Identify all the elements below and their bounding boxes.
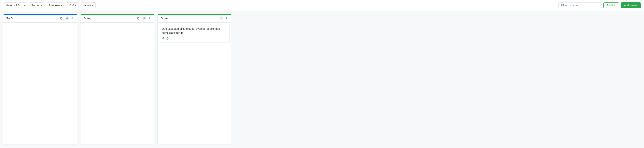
version-dropdown[interactable]: Version 2.0 ... ▾ xyxy=(3,2,28,8)
toolbar-left: Version 2.0 ... ▾ Author ▾ Assignee ▾ v2… xyxy=(3,2,557,8)
assignee-label: Assignee xyxy=(48,4,60,7)
author-dropdown[interactable]: Author ▾ xyxy=(29,2,44,8)
column-doing-title: Doing xyxy=(84,17,136,20)
filter-input[interactable] xyxy=(558,2,602,8)
version-filter-dropdown[interactable]: v2.0 ▾ xyxy=(66,2,78,8)
version-filter-chevron-icon: ▾ xyxy=(75,4,76,6)
column-done-title: Done xyxy=(161,17,219,20)
column-doing: Doing0+ xyxy=(80,14,154,145)
column-doing-actions: 0+ xyxy=(136,16,151,20)
column-done-header: Done1+ xyxy=(158,14,231,23)
column-doing-header: Doing0+ xyxy=(80,14,154,23)
column-done-add-button[interactable]: + xyxy=(225,16,228,20)
labels-label: Labels xyxy=(83,4,91,7)
issue-labels-icon xyxy=(166,37,169,40)
column-doing-add-button[interactable]: + xyxy=(148,16,151,20)
issue-card[interactable]: Quo excepturi aliquid ut qui eveniet rep… xyxy=(159,24,230,43)
column-done-actions: 1+ xyxy=(219,16,228,20)
issue-meta: #7 xyxy=(162,37,227,40)
column-todo-header: To Do0+ xyxy=(3,14,77,23)
issue-title: Quo excepturi aliquid ut qui eveniet rep… xyxy=(162,27,227,35)
version-chevron-icon: ▾ xyxy=(24,4,25,6)
labels-chevron-icon: ▾ xyxy=(92,4,93,6)
toolbar: Version 2.0 ... ▾ Author ▾ Assignee ▾ v2… xyxy=(0,0,644,11)
column-todo-body xyxy=(3,23,77,144)
column-done-body: Quo excepturi aliquid ut qui eveniet rep… xyxy=(158,23,231,144)
column-doing-body xyxy=(80,23,154,144)
board: To Do0+Doing0+Done1+Quo excepturi aliqui… xyxy=(0,11,644,148)
add-issues-button[interactable]: Add issues xyxy=(621,2,641,8)
column-doing-delete-button[interactable] xyxy=(136,16,140,20)
column-doing-count: 0 xyxy=(142,16,146,20)
column-todo: To Do0+ xyxy=(3,14,77,145)
author-label: Author xyxy=(32,4,40,7)
add-list-button[interactable]: Add list xyxy=(604,2,619,8)
column-todo-count: 0 xyxy=(65,16,70,20)
issue-number: #7 xyxy=(162,37,164,40)
column-done: Done1+Quo excepturi aliquid ut qui eveni… xyxy=(157,14,231,145)
assignee-dropdown[interactable]: Assignee ▾ xyxy=(46,2,65,8)
column-todo-add-button[interactable]: + xyxy=(71,16,74,20)
toolbar-right: Add list Add issues xyxy=(558,2,641,8)
column-todo-delete-button[interactable] xyxy=(59,16,63,20)
version-label: Version 2.0 ... xyxy=(6,4,23,7)
assignee-chevron-icon: ▾ xyxy=(61,4,62,6)
column-todo-title: To Do xyxy=(6,17,59,20)
labels-dropdown[interactable]: Labels ▾ xyxy=(80,2,96,8)
author-chevron-icon: ▾ xyxy=(41,4,42,6)
column-todo-actions: 0+ xyxy=(59,16,74,20)
column-done-count: 1 xyxy=(219,16,224,20)
version-filter-label: v2.0 xyxy=(68,4,74,7)
